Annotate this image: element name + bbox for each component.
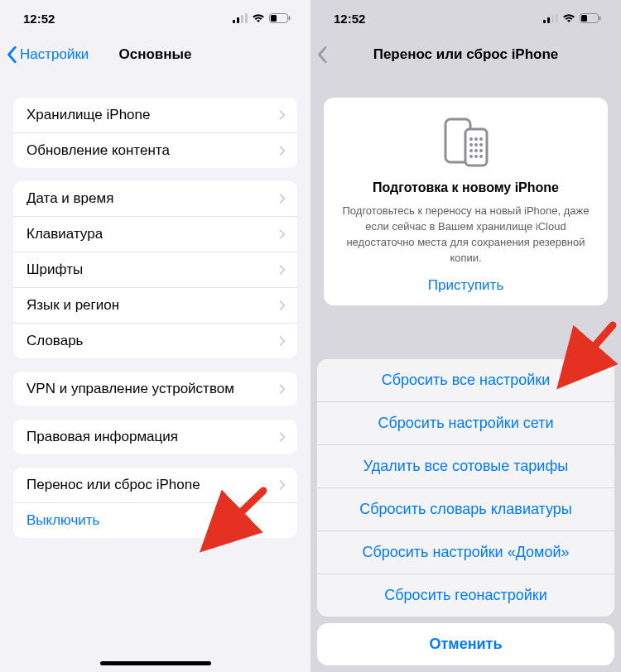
sheet-option[interactable]: Сбросить настройки сети: [317, 402, 614, 445]
row-label: Перенос или сброс iPhone: [26, 477, 200, 493]
svg-rect-9: [551, 15, 554, 23]
settings-group: VPN и управление устройством: [13, 372, 297, 406]
row-label: Правовая информация: [26, 429, 178, 445]
chevron-right-icon: [279, 109, 286, 121]
devices-icon: [339, 116, 593, 169]
prepare-card: Подготовка к новому iPhone Подготовьтесь…: [324, 98, 608, 305]
svg-rect-15: [465, 129, 487, 166]
settings-row[interactable]: Обновление контента: [13, 133, 297, 168]
svg-point-26: [474, 155, 478, 158]
svg-rect-12: [581, 15, 587, 22]
svg-point-18: [479, 137, 483, 141]
chevron-right-icon: [279, 479, 286, 491]
settings-general-screen: 12:52 Настройки Основные Хранилище iPhon…: [0, 0, 310, 672]
row-label: Язык и регион: [26, 297, 119, 314]
settings-group: Перенос или сброс iPhoneВыключить: [13, 468, 297, 538]
svg-rect-3: [245, 13, 248, 23]
row-label: Словарь: [26, 333, 83, 349]
status-bar: 12:52: [0, 0, 310, 36]
svg-rect-0: [233, 20, 235, 23]
svg-point-16: [469, 137, 473, 141]
svg-point-20: [474, 143, 478, 146]
chevron-right-icon: [279, 228, 286, 240]
status-time: 12:52: [334, 12, 365, 26]
sheet-option[interactable]: Сбросить геонастройки: [317, 574, 614, 617]
status-icons: [543, 13, 601, 23]
svg-point-25: [469, 155, 473, 158]
card-body: Подготовьтесь к переносу на новый iPhone…: [339, 204, 593, 266]
wifi-icon: [562, 13, 575, 23]
row-label: Дата и время: [26, 190, 113, 207]
settings-group: Хранилище iPhoneОбновление контента: [13, 98, 297, 168]
svg-rect-6: [289, 17, 291, 21]
status-time: 12:52: [23, 12, 55, 26]
svg-point-22: [469, 149, 473, 152]
chevron-right-icon: [279, 335, 286, 347]
chevron-right-icon: [279, 145, 286, 156]
page-title: Основные: [0, 46, 310, 63]
nav-header: Перенос или сброс iPhone: [310, 36, 621, 73]
svg-point-17: [474, 137, 478, 141]
status-bar: 12:52: [310, 0, 621, 36]
home-indicator[interactable]: [100, 661, 211, 665]
row-label: Клавиатура: [26, 226, 103, 242]
settings-row[interactable]: Шрифты: [13, 252, 297, 288]
svg-rect-2: [241, 15, 243, 23]
chevron-right-icon: [279, 193, 286, 204]
chevron-right-icon: [279, 383, 286, 395]
row-label: Обновление контента: [26, 142, 170, 159]
battery-icon: [580, 13, 601, 23]
chevron-right-icon: [279, 264, 286, 276]
cellular-icon: [543, 13, 558, 23]
status-icons: [233, 13, 291, 23]
settings-group: Дата и времяКлавиатураШрифтыЯзык и регио…: [13, 181, 297, 358]
cellular-icon: [233, 13, 248, 23]
svg-rect-1: [237, 17, 239, 23]
sheet-option[interactable]: Сбросить все настройки: [317, 359, 614, 402]
nav-header: Настройки Основные: [0, 36, 310, 73]
svg-rect-13: [599, 17, 601, 21]
cancel-button[interactable]: Отменить: [317, 623, 614, 665]
svg-point-21: [479, 143, 483, 146]
row-label: VPN и управление устройством: [26, 381, 234, 397]
settings-row[interactable]: Хранилище iPhone: [13, 98, 297, 133]
reset-screen: 12:52 Перенос или сброс iPhone: [310, 0, 621, 672]
settings-row[interactable]: Выключить: [13, 503, 297, 538]
settings-row[interactable]: Словарь: [13, 324, 297, 358]
sheet-option[interactable]: Сбросить словарь клавиатуры: [317, 488, 614, 531]
settings-group: Правовая информация: [13, 420, 297, 454]
sheet-option[interactable]: Сбросить настройки «Домой»: [317, 531, 614, 574]
settings-row[interactable]: Клавиатура: [13, 217, 297, 252]
settings-row[interactable]: Язык и регион: [13, 288, 297, 324]
sheet-option[interactable]: Удалить все сотовые тарифы: [317, 445, 614, 488]
svg-rect-8: [547, 17, 550, 23]
card-heading: Подготовка к новому iPhone: [339, 180, 593, 195]
row-label: Выключить: [26, 512, 99, 529]
action-sheet: Сбросить все настройкиСбросить настройки…: [310, 359, 621, 672]
svg-point-24: [479, 149, 483, 152]
settings-row[interactable]: Правовая информация: [13, 420, 297, 454]
svg-point-19: [469, 143, 473, 146]
svg-rect-10: [556, 13, 558, 23]
svg-point-23: [474, 149, 478, 152]
page-title: Перенос или сброс iPhone: [310, 46, 621, 63]
chevron-right-icon: [279, 300, 286, 311]
wifi-icon: [252, 13, 265, 23]
svg-point-27: [479, 155, 483, 158]
svg-rect-7: [543, 20, 546, 23]
battery-icon: [269, 13, 291, 23]
row-label: Шрифты: [26, 262, 83, 278]
svg-rect-5: [271, 15, 277, 22]
settings-row[interactable]: VPN и управление устройством: [13, 372, 297, 406]
row-label: Хранилище iPhone: [26, 107, 150, 123]
card-link[interactable]: Приступить: [339, 277, 593, 294]
settings-row[interactable]: Перенос или сброс iPhone: [13, 468, 297, 503]
settings-row[interactable]: Дата и время: [13, 181, 297, 217]
chevron-right-icon: [279, 431, 286, 443]
